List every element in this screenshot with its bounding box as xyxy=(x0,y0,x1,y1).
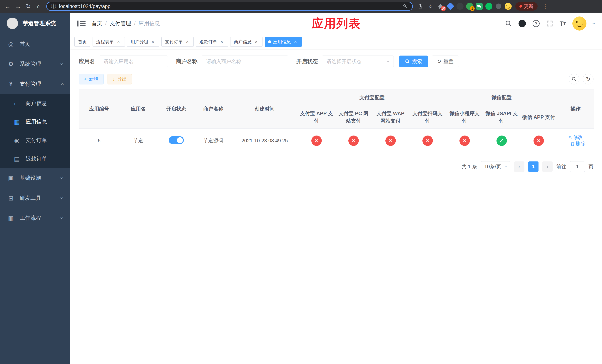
alipay-wap-status-icon: × xyxy=(386,136,396,146)
browser-back-icon[interactable]: ← xyxy=(3,2,12,11)
avatar-caret-icon[interactable]: › xyxy=(591,22,597,24)
sidebar: 芋道管理系统 ◎ 首页 ⚙ 系统管理 › ¥ 支付管理 › ▭ 商户信息 xyxy=(0,13,70,364)
plus-icon: + xyxy=(84,77,87,81)
close-icon[interactable]: × xyxy=(219,39,225,45)
font-size-icon[interactable]: TT xyxy=(559,20,566,27)
col-header-wx-app: 微信 APP 支付 xyxy=(520,106,557,128)
tab-user-group[interactable]: 用户分组 × xyxy=(127,37,159,47)
ext-wechat-icon[interactable] xyxy=(475,2,484,11)
goto-suffix: 页 xyxy=(589,163,593,170)
toggle-search-button[interactable] xyxy=(569,74,580,85)
ext-emoji-face-icon[interactable] xyxy=(504,2,512,11)
workflow-icon: ▥ xyxy=(7,214,14,222)
browser-toolbar: ← → ↻ ⌂ ⓘ localhost:1024/pay/app ☆ 10 1 … xyxy=(0,0,602,13)
close-icon[interactable]: × xyxy=(116,39,121,45)
site-info-icon[interactable]: ⓘ xyxy=(51,3,56,10)
sidebar-item-infrastructure[interactable]: ▣ 基础设施 › xyxy=(0,168,70,188)
sidebar-item-refund-orders[interactable]: ▤ 退款订单 xyxy=(0,150,70,168)
sidebar-item-app-info[interactable]: ▦ 应用信息 xyxy=(0,113,70,131)
cell-app-name: 芋道 xyxy=(119,128,157,153)
refresh-table-button[interactable]: ↻ xyxy=(583,74,593,85)
status-select[interactable]: 请选择开启状态 › xyxy=(322,55,394,67)
sidebar-item-workflow[interactable]: ▥ 工作流程 › xyxy=(0,208,70,228)
sidebar-logo[interactable]: 芋道管理系统 xyxy=(0,13,70,34)
main-area: 首页 / 支付管理 / 应用信息 应用列表 ? xyxy=(70,13,602,364)
fullscreen-icon[interactable] xyxy=(546,20,553,27)
wx-jsapi-status-icon: ✓ xyxy=(496,136,507,146)
payment-submenu: ▭ 商户信息 ▦ 应用信息 ◉ 支付订单 ▤ 退款订单 xyxy=(0,94,70,168)
col-header-wx-jsapi: 微信 JSAPI 支付 xyxy=(483,106,520,128)
tab-app-info[interactable]: 应用信息 × xyxy=(265,37,302,47)
col-header-app-id: 应用编号 xyxy=(79,89,119,129)
tab-home[interactable]: 首页 xyxy=(75,37,90,47)
add-button[interactable]: + 新增 xyxy=(79,74,104,85)
close-icon[interactable]: × xyxy=(184,39,190,45)
sidebar-item-home[interactable]: ◎ 首页 xyxy=(0,34,70,54)
goto-page-input[interactable] xyxy=(570,161,585,172)
search-button[interactable]: 搜索 xyxy=(399,55,428,67)
ext-green-avatar-icon[interactable]: 1 xyxy=(465,2,474,11)
help-icon[interactable]: ? xyxy=(533,20,540,27)
sidebar-item-dev-tools[interactable]: ⊞ 研发工具 › xyxy=(0,188,70,208)
share-icon[interactable] xyxy=(416,2,425,11)
tab-refund-orders[interactable]: 退款订单 × xyxy=(196,37,228,47)
merchant-name-input[interactable] xyxy=(202,55,288,67)
close-icon[interactable]: × xyxy=(150,39,156,45)
page-number-button[interactable]: 1 xyxy=(528,161,538,172)
navbar-actions: ? TT › xyxy=(505,16,595,31)
app-name-input[interactable] xyxy=(99,55,168,67)
merchant-name-label: 商户名称 xyxy=(176,58,197,65)
status-toggle[interactable] xyxy=(169,136,184,144)
browser-menu-kebab-icon[interactable]: ⋮ xyxy=(540,2,550,11)
card-icon: ▭ xyxy=(13,100,20,107)
address-bar[interactable]: ⓘ localhost:1024/pay/app xyxy=(46,2,413,11)
breadcrumb-payment[interactable]: 支付管理 xyxy=(110,20,131,27)
chevron-down-icon: › xyxy=(59,217,65,219)
page-title: 应用列表 xyxy=(312,16,361,32)
browser-home-icon[interactable]: ⌂ xyxy=(34,2,43,11)
active-tab-dot xyxy=(268,40,271,43)
next-page-button[interactable]: › xyxy=(542,161,553,172)
delete-button[interactable]: 删除 xyxy=(570,140,585,147)
cell-merchant: 芋道源码 xyxy=(195,128,231,153)
password-key-icon[interactable] xyxy=(403,3,408,9)
reset-button[interactable]: ↻ 重置 xyxy=(432,55,459,67)
search-icon[interactable] xyxy=(505,20,512,27)
github-icon[interactable] xyxy=(518,20,526,27)
apps-table: 应用编号 应用名 开启状态 商户名称 创建时间 支付宝配置 微信配置 操作 支付… xyxy=(79,89,594,153)
close-icon[interactable]: × xyxy=(253,39,259,45)
edit-pencil-icon: ✎ xyxy=(568,135,572,140)
sidebar-item-pay-orders[interactable]: ◉ 支付订单 xyxy=(0,131,70,150)
page-size-select[interactable]: 10条/页 › xyxy=(481,161,510,172)
tab-process-form[interactable]: 流程表单 × xyxy=(93,37,125,47)
breadcrumb-home[interactable]: 首页 xyxy=(91,20,102,27)
browser-update-button[interactable]: 更新 xyxy=(515,2,538,11)
filter-bar: 应用名 商户名称 开启状态 请选择开启状态 › 搜索 ↻ 重置 xyxy=(79,55,593,67)
close-icon[interactable]: × xyxy=(293,39,298,45)
col-header-merchant: 商户名称 xyxy=(195,89,231,129)
page-content: 应用名 商户名称 开启状态 请选择开启状态 › 搜索 ↻ 重置 xyxy=(70,49,602,364)
browser-forward-icon[interactable]: → xyxy=(13,2,22,11)
col-header-alipay-qr: 支付宝扫码支付 xyxy=(409,106,446,128)
sidebar-menu: ◎ 首页 ⚙ 系统管理 › ¥ 支付管理 › ▭ 商户信息 ▦ 应用信 xyxy=(0,34,70,364)
ext-green-chat-icon[interactable] xyxy=(485,2,493,11)
extensions-puzzle-icon[interactable]: 10 xyxy=(437,2,445,11)
sidebar-item-payment[interactable]: ¥ 支付管理 › xyxy=(0,74,70,94)
hamburger-icon[interactable] xyxy=(77,20,86,27)
edit-button[interactable]: ✎ 修改 xyxy=(568,134,583,140)
ext-blue-gem-icon[interactable] xyxy=(446,2,455,11)
tab-pay-orders[interactable]: 支付订单 × xyxy=(161,37,194,47)
col-header-alipay-wap: 支付宝 WAP 网站支付 xyxy=(372,106,409,128)
tab-merchant-info[interactable]: 商户信息 × xyxy=(230,37,262,47)
alipay-pc-status-icon: × xyxy=(348,136,359,146)
sidebar-item-system[interactable]: ⚙ 系统管理 › xyxy=(0,54,70,74)
sidebar-item-merchant-info[interactable]: ▭ 商户信息 xyxy=(0,94,70,113)
yen-icon: ¥ xyxy=(7,81,14,87)
prev-page-button[interactable]: ‹ xyxy=(514,161,525,172)
bookmark-star-icon[interactable]: ☆ xyxy=(426,2,435,11)
user-avatar[interactable] xyxy=(572,16,586,31)
browser-reload-icon[interactable]: ↻ xyxy=(24,2,33,11)
ext-pin-icon[interactable] xyxy=(494,2,503,11)
export-button[interactable]: ↓ 导出 xyxy=(108,74,132,85)
ext-dark-sphere-icon[interactable] xyxy=(456,2,464,11)
